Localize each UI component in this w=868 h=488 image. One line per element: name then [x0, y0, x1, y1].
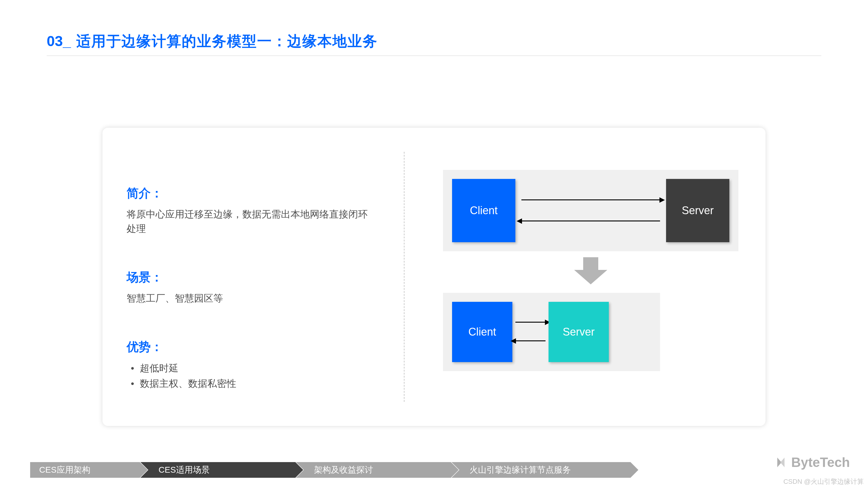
- bottom-nav: CES应用架构 CES适用场景 架构及收益探讨 火山引擎边缘计算节点服务: [30, 462, 631, 478]
- section-scenario: 场景： 智慧工厂、智慧园区等: [127, 269, 368, 305]
- nav-item-label: 火山引擎边缘计算节点服务: [470, 464, 571, 476]
- server-box-top: Server: [666, 179, 730, 242]
- arrow-left-icon: [516, 340, 546, 341]
- diagram-panel-bottom: Client Server: [443, 293, 660, 371]
- content-card: 简介： 将原中心应用迁移至边缘，数据无需出本地网络直接闭环处理 场景： 智慧工厂…: [102, 128, 766, 426]
- server-box-bottom: Server: [549, 302, 609, 362]
- intro-heading: 简介：: [127, 185, 368, 201]
- intro-body: 将原中心应用迁移至边缘，数据无需出本地网络直接闭环处理: [127, 207, 368, 236]
- arrow-right-icon: [516, 322, 546, 323]
- client-box-top: Client: [452, 179, 516, 242]
- nav-item-scenarios[interactable]: CES适用场景: [141, 462, 303, 478]
- diagram-area: Client Server Client: [443, 170, 744, 371]
- scenario-body: 智慧工厂、智慧园区等: [127, 291, 368, 305]
- big-down-arrow: [443, 257, 738, 284]
- advantage-item: 超低时延: [127, 361, 368, 376]
- bytetech-logo: ByteTech: [775, 455, 850, 470]
- section-advantage: 优势： 超低时延 数据主权、数据私密性: [127, 338, 368, 391]
- scenario-heading: 场景：: [127, 269, 368, 286]
- arrows-top: [521, 197, 660, 224]
- client-box-bottom: Client: [452, 302, 513, 362]
- arrow-left-icon: [521, 221, 660, 221]
- nav-item-discussion[interactable]: 架构及收益探讨: [296, 462, 459, 478]
- vertical-divider: [404, 152, 404, 402]
- section-intro: 简介： 将原中心应用迁移至边缘，数据无需出本地网络直接闭环处理: [127, 185, 368, 236]
- nav-item-label: CES适用场景: [158, 464, 210, 476]
- diagram-panel-top: Client Server: [443, 170, 738, 251]
- title-underline: [47, 56, 821, 56]
- nav-item-label: 架构及收益探讨: [314, 464, 373, 476]
- nav-item-services[interactable]: 火山引擎边缘计算节点服务: [452, 462, 638, 478]
- watermark: CSDN @火山引擎边缘计算: [783, 477, 864, 486]
- nav-item-label: CES应用架构: [39, 464, 90, 476]
- advantage-item: 数据主权、数据私密性: [127, 376, 368, 391]
- advantage-list: 超低时延 数据主权、数据私密性: [127, 361, 368, 391]
- bytetech-icon: [775, 456, 787, 468]
- title-number: 03_: [47, 33, 71, 50]
- left-column: 简介： 将原中心应用迁移至边缘，数据无需出本地网络直接闭环处理 场景： 智慧工厂…: [127, 185, 368, 391]
- advantage-heading: 优势：: [127, 338, 368, 355]
- arrowhead-left-icon: [510, 338, 516, 344]
- slide-title: 03_ 适用于边缘计算的业务模型一：边缘本地业务: [47, 32, 378, 51]
- title-text: 适用于边缘计算的业务模型一：边缘本地业务: [76, 32, 378, 51]
- down-arrow-icon: [574, 257, 607, 284]
- bytetech-logo-text: ByteTech: [791, 455, 850, 470]
- arrowhead-left-icon: [517, 218, 522, 224]
- nav-item-architecture[interactable]: CES应用架构: [30, 462, 148, 478]
- arrowhead-right-icon: [659, 197, 665, 203]
- arrows-bottom: [516, 319, 546, 345]
- arrow-right-icon: [521, 199, 660, 200]
